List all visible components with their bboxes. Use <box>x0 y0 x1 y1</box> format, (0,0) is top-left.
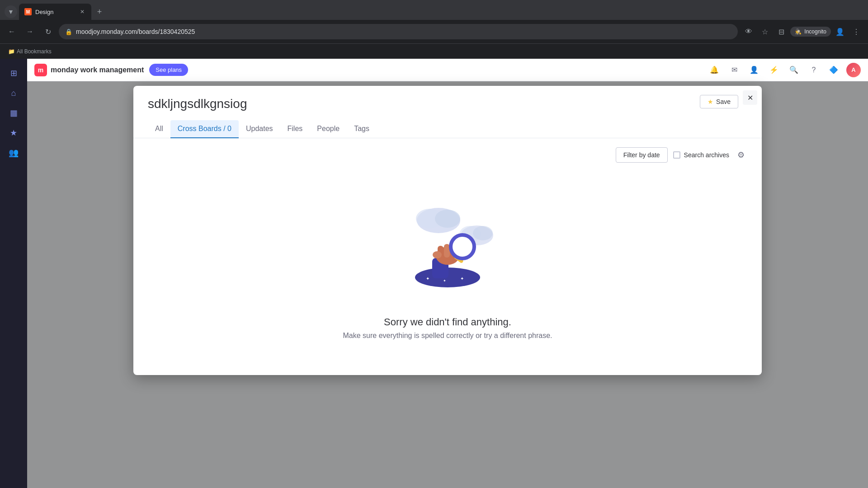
sidebar-boards-icon[interactable]: ▦ <box>5 105 22 121</box>
browser-chrome: ▼ M Design ✕ + ← → ↻ 🔒 moodjoy.monday.co… <box>0 0 868 59</box>
inbox-icon[interactable]: ✉ <box>727 63 741 77</box>
modal-close-button[interactable]: ✕ <box>743 90 757 105</box>
empty-state: ✦ ✦ ✦ <box>148 170 747 358</box>
integrations-icon[interactable]: ⚡ <box>767 63 781 77</box>
sidebar-home-icon[interactable]: ⌂ <box>5 85 22 101</box>
url-text: moodjoy.monday.com/boards/1830420525 <box>76 28 731 35</box>
monday-topbar: m monday work management See plans 🔔 ✉ 👤… <box>27 59 868 81</box>
modal-overlay: ★ Save ✕ sdkljngsdlkgnsiog All Cross Boa… <box>27 81 868 488</box>
incognito-badge: 🕵 Incognito <box>790 27 831 37</box>
svg-text:✦: ✦ <box>460 276 464 281</box>
sidebar-favorites-icon[interactable]: ★ <box>5 125 22 141</box>
tab-bar: ▼ M Design ✕ + <box>0 0 868 20</box>
bookmarks-bar: 📁 All Bookmarks <box>0 43 868 59</box>
address-bar[interactable]: 🔒 moodjoy.monday.com/boards/1830420525 <box>59 24 738 39</box>
monday-logo: m monday work management <box>34 64 144 76</box>
folder-icon: 📁 <box>8 48 15 55</box>
logo-icon: m <box>34 64 47 76</box>
reload-button[interactable]: ↻ <box>41 24 55 39</box>
svg-point-2 <box>435 210 460 228</box>
search-archives-area: Search archives <box>673 151 729 159</box>
tab-nav-back[interactable]: ▼ <box>5 5 17 18</box>
more-options-icon[interactable]: ⋮ <box>849 24 863 39</box>
add-user-icon[interactable]: 👤 <box>747 63 761 77</box>
main-content: m monday work management See plans 🔔 ✉ 👤… <box>27 59 868 488</box>
search-query-title: sdkljngsdlkgnsiog <box>148 97 747 111</box>
save-button[interactable]: ★ Save <box>700 95 738 108</box>
tab-files[interactable]: Files <box>280 120 310 138</box>
incognito-icon: 🕵 <box>795 28 802 35</box>
empty-state-title: Sorry we didn't find anything. <box>384 316 511 328</box>
svg-text:✦: ✦ <box>443 279 446 283</box>
search-archives-label: Search archives <box>684 151 729 159</box>
browser-toolbar: ← → ↻ 🔒 moodjoy.monday.com/boards/183042… <box>0 20 868 43</box>
search-modal: ★ Save ✕ sdkljngsdlkgnsiog All Cross Boa… <box>133 86 762 375</box>
board-area: ★ Save ✕ sdkljngsdlkgnsiog All Cross Boa… <box>27 81 868 488</box>
monday-sidebar: ⊞ ⌂ ▦ ★ 👥 <box>0 59 27 488</box>
notifications-icon[interactable]: 🔔 <box>707 63 722 77</box>
settings-gear-button[interactable]: ⚙ <box>735 149 747 161</box>
incognito-label: Incognito <box>804 28 826 35</box>
save-star-icon: ★ <box>708 98 713 105</box>
gear-icon: ⚙ <box>737 150 745 160</box>
back-button[interactable]: ← <box>5 24 19 39</box>
see-plans-label: See plans <box>156 66 182 73</box>
modal-body: Filter by date Search archives ⚙ <box>133 138 762 367</box>
modal-controls: Filter by date Search archives ⚙ <box>148 147 747 163</box>
save-label: Save <box>716 98 731 105</box>
tab-updates[interactable]: Updates <box>239 120 280 138</box>
search-archives-checkbox[interactable] <box>673 151 680 159</box>
filter-by-date-button[interactable]: Filter by date <box>616 147 668 163</box>
sidebar-toggle-icon[interactable]: ⊟ <box>774 24 788 39</box>
app-area: ⊞ ⌂ ▦ ★ 👥 m monday work management See p… <box>0 59 868 488</box>
browser-tab-active[interactable]: M Design ✕ <box>19 4 91 20</box>
avatar-icon[interactable]: 👤 <box>833 24 847 39</box>
star-icon[interactable]: ☆ <box>758 24 772 39</box>
apps-icon[interactable]: 🔷 <box>826 63 841 77</box>
logo-text: monday work management <box>51 66 144 74</box>
svg-text:✦: ✦ <box>426 276 429 281</box>
bookmarks-folder[interactable]: 📁 All Bookmarks <box>5 47 55 56</box>
sidebar-grid-icon[interactable]: ⊞ <box>5 65 22 81</box>
tab-close-button[interactable]: ✕ <box>79 8 86 15</box>
tab-all[interactable]: All <box>148 120 170 138</box>
filter-by-date-label: Filter by date <box>623 151 660 159</box>
sidebar-team-icon[interactable]: 👥 <box>5 145 22 161</box>
svg-point-19 <box>454 239 471 255</box>
forward-button[interactable]: → <box>23 24 37 39</box>
user-avatar[interactable]: A <box>846 63 861 77</box>
browser-actions: 👁 ☆ ⊟ 🕵 Incognito 👤 ⋮ <box>741 24 863 39</box>
see-plans-button[interactable]: See plans <box>149 64 188 76</box>
bookmarks-label: All Bookmarks <box>17 48 52 55</box>
svg-point-5 <box>473 226 493 240</box>
tab-people[interactable]: People <box>310 120 347 138</box>
tab-favicon: M <box>24 8 32 15</box>
empty-state-illustration: ✦ ✦ ✦ <box>389 188 506 305</box>
lock-icon: 🔒 <box>65 28 72 35</box>
tab-cross-boards[interactable]: Cross Boards / 0 <box>170 120 239 138</box>
svg-point-16 <box>433 251 442 258</box>
empty-state-subtitle: Make sure everything is spelled correctl… <box>343 332 552 340</box>
modal-header: sdkljngsdlkgnsiog All Cross Boards / 0 U… <box>133 86 762 138</box>
search-icon[interactable]: 🔍 <box>787 63 801 77</box>
tab-tags[interactable]: Tags <box>347 120 377 138</box>
modal-tabs: All Cross Boards / 0 Updates Files Peopl… <box>148 120 747 138</box>
new-tab-button[interactable]: + <box>93 5 106 18</box>
tab-title: Design <box>35 9 75 15</box>
help-icon[interactable]: ? <box>807 63 821 77</box>
eye-off-icon[interactable]: 👁 <box>741 24 756 39</box>
